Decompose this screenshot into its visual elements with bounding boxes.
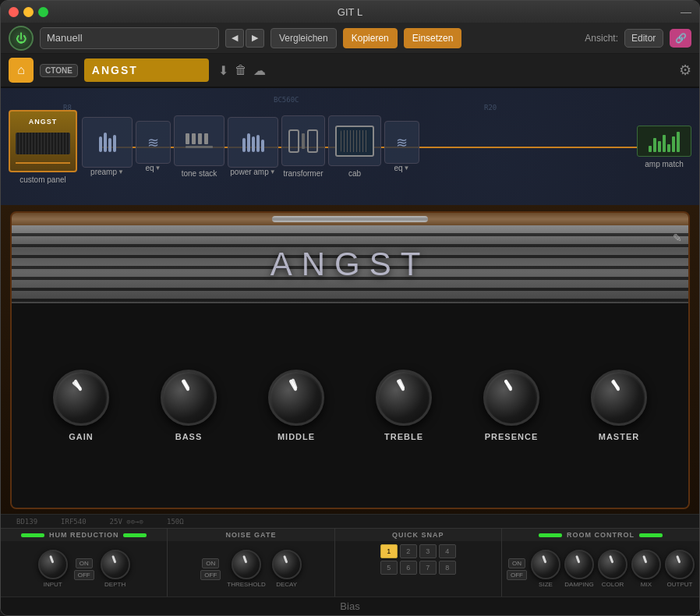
amp-match-section[interactable]: amp match <box>637 126 691 168</box>
eq1-module[interactable]: ≋ <box>136 121 171 164</box>
transformer-module[interactable] <box>281 115 325 166</box>
eq2-label[interactable]: eq▼ <box>394 164 409 172</box>
knobs-section: GAIN BASS MIDDLE <box>12 303 688 508</box>
room-control-active-bar <box>539 533 562 537</box>
snap-button-4[interactable]: 4 <box>439 544 456 558</box>
chain-item-custom-panel[interactable]: ANGST custom panel <box>9 110 77 184</box>
eq1-label[interactable]: eq▼ <box>145 164 161 172</box>
snap-button-8[interactable]: 8 <box>439 561 456 575</box>
settings-button[interactable]: ⚙ <box>679 62 691 79</box>
master-knob[interactable] <box>591 370 647 426</box>
resistance-label: 150Ω <box>167 518 184 526</box>
chain-item-eq1[interactable]: ≋ eq▼ <box>136 121 171 172</box>
snap-button-7[interactable]: 7 <box>419 561 437 575</box>
chain-item-eq2[interactable]: ≋ eq▼ <box>384 121 419 172</box>
size-knob-group: SIZE <box>531 550 560 588</box>
copy-button[interactable]: Kopieren <box>343 28 398 48</box>
toolbar: ⏻ Manuell ◀ ▶ Vergleichen Kopieren Einse… <box>1 23 699 54</box>
minimize-icon-button[interactable]: — <box>681 5 691 18</box>
power-amp-label[interactable]: power amp▼ <box>230 168 275 176</box>
gain-knob[interactable] <box>53 370 109 426</box>
chain-item-power-amp[interactable]: power amp▼ <box>228 117 278 176</box>
custom-panel-image: ANGST <box>9 110 77 172</box>
preamp-module[interactable] <box>82 117 133 168</box>
eq2-icon: ≋ <box>396 134 408 151</box>
close-button[interactable] <box>9 7 19 17</box>
next-preset-button[interactable]: ▶ <box>246 29 264 48</box>
power-button[interactable]: ⏻ <box>9 26 34 51</box>
noise-toggle-group: ON OFF <box>200 558 221 580</box>
minimize-button[interactable] <box>23 7 34 17</box>
editor-select[interactable]: Editor <box>624 29 663 48</box>
ctone-badge[interactable]: CTONE <box>40 64 78 77</box>
bass-knob-label: BASS <box>175 432 203 441</box>
preamp-label[interactable]: preamp▼ <box>90 168 124 176</box>
presence-knob[interactable] <box>483 370 539 426</box>
amp-bar-5 <box>667 144 670 152</box>
cab-label: cab <box>348 169 361 178</box>
chain-item-preamp[interactable]: preamp▼ <box>82 117 133 176</box>
treble-knob[interactable] <box>376 370 432 426</box>
knob-group-master: MASTER <box>591 370 647 441</box>
noise-decay-knob[interactable] <box>272 550 302 579</box>
color-knob-group: COLOR <box>598 550 628 588</box>
room-control-header: ROOM CONTROL <box>502 529 699 541</box>
prev-preset-button[interactable]: ◀ <box>225 29 244 48</box>
room-color-knob[interactable] <box>598 550 628 579</box>
download-button[interactable]: ⬇ <box>218 63 228 78</box>
maximize-button[interactable] <box>38 7 48 17</box>
hum-off-indicator[interactable]: OFF <box>74 570 94 580</box>
cab-module[interactable] <box>328 115 381 166</box>
compare-button[interactable]: Vergleichen <box>270 28 337 48</box>
window-title: GIT L <box>338 6 362 18</box>
tone-stack-module[interactable] <box>174 115 224 166</box>
snap-button-1[interactable]: 1 <box>380 544 398 558</box>
noise-off-indicator[interactable]: OFF <box>200 570 221 580</box>
room-output-knob[interactable] <box>665 550 695 579</box>
paste-button[interactable]: Einsetzen <box>404 28 462 48</box>
knob-group-presence: PRESENCE <box>483 370 539 441</box>
chain-item-tone-stack[interactable]: tone stack <box>174 115 224 178</box>
master-knob-label: MASTER <box>599 432 639 441</box>
noise-gate-section: NOISE GATE ON OFF THRESHOLD DECAY <box>168 529 334 597</box>
room-off-indicator[interactable]: OFF <box>507 570 527 580</box>
amp-edit-button[interactable]: ✎ <box>673 232 682 244</box>
snap-button-3[interactable]: 3 <box>419 544 437 558</box>
amp-match-bars <box>649 130 680 152</box>
signal-chain-area: BC560C R8 R20 ANGST custom panel <box>1 88 699 205</box>
power-amp-module[interactable] <box>228 117 278 168</box>
amp-bar-6 <box>672 136 675 152</box>
chain-item-transformer[interactable]: transformer <box>281 115 325 178</box>
preset-name-field[interactable] <box>84 58 209 82</box>
room-damping-knob[interactable] <box>564 550 594 579</box>
room-size-knob[interactable] <box>531 550 560 579</box>
middle-knob[interactable] <box>268 370 324 426</box>
threshold-knob-group: THRESHOLD <box>227 550 265 588</box>
snap-button-6[interactable]: 6 <box>400 561 417 575</box>
room-output-label: OUTPUT <box>667 581 693 588</box>
snap-button-2[interactable]: 2 <box>400 544 417 558</box>
plugin-header: ⌂ CTONE ⬇ 🗑 ☁ ⚙ <box>1 54 699 88</box>
snap-button-5[interactable]: 5 <box>380 561 398 575</box>
amp-name-display: ANGST <box>270 246 430 283</box>
app-label: Bias <box>1 597 699 615</box>
quick-snap-header: QUICK SNAP <box>335 529 501 541</box>
home-button[interactable]: ⌂ <box>9 58 34 83</box>
room-mix-knob[interactable] <box>631 550 661 579</box>
preset-select[interactable]: Manuell <box>40 27 219 49</box>
chain-item-cab[interactable]: cab <box>328 115 381 178</box>
noise-gate-header: NOISE GATE <box>168 529 334 541</box>
room-control-title: ROOM CONTROL <box>567 531 635 539</box>
noise-threshold-knob[interactable] <box>232 550 261 579</box>
cloud-button[interactable]: ☁ <box>253 63 266 78</box>
decay-knob-group: DECAY <box>272 550 302 588</box>
link-button[interactable]: 🔗 <box>670 29 691 48</box>
transformer-icon <box>288 129 318 153</box>
hum-depth-knob[interactable] <box>101 550 130 579</box>
toolbar-right: Ansicht: Editor 🔗 <box>585 29 691 48</box>
bass-knob[interactable] <box>161 370 217 426</box>
hum-input-knob[interactable] <box>38 550 68 579</box>
delete-button[interactable]: 🗑 <box>235 63 247 77</box>
amp-header-strip: ANGST ✎ <box>12 225 688 303</box>
eq2-module[interactable]: ≋ <box>384 121 419 164</box>
